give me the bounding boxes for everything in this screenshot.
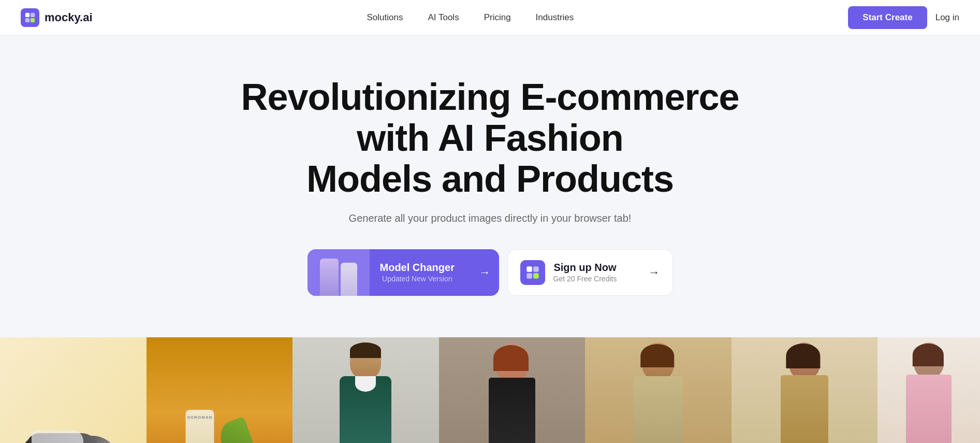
nav-ai-tools[interactable]: AI Tools	[428, 12, 459, 23]
signup-icon-box	[520, 260, 545, 285]
nav-solutions[interactable]: Solutions	[367, 12, 403, 23]
logo-icon	[21, 8, 39, 27]
strip-item-sneaker	[0, 337, 147, 443]
start-create-button[interactable]: Start Create	[848, 6, 927, 29]
strip-item-female-1	[439, 337, 586, 443]
hero-title: Revolutionizing E-commerce with AI Fashi…	[206, 77, 775, 200]
strip-item-female-3	[732, 337, 878, 443]
strip-item-female-4	[877, 337, 980, 443]
svg-rect-7	[533, 273, 539, 279]
signup-text: Sign up Now Get 20 Free Credits	[553, 262, 617, 283]
svg-rect-3	[31, 18, 35, 22]
nav-links: Solutions AI Tools Pricing Industries	[367, 12, 574, 23]
hero-title-line1: Revolutionizing E-commerce with AI Fashi…	[241, 76, 739, 159]
svg-rect-4	[526, 266, 532, 272]
logo-svg	[24, 12, 36, 23]
svg-rect-6	[526, 273, 532, 279]
model-changer-subtitle: Updated New Version	[380, 275, 455, 283]
female-model-3-art	[763, 342, 846, 443]
hero-title-line2: Models and Products	[306, 158, 674, 199]
cta-purple-content: Model Changer Updated New Version →	[370, 252, 499, 292]
figure-left	[320, 259, 339, 296]
strip-item-male-model	[292, 337, 439, 443]
nav-industries[interactable]: Industries	[536, 12, 574, 23]
cta-purple-image	[308, 249, 370, 296]
logo-link[interactable]: mocky.ai	[21, 8, 93, 27]
model-changer-arrow: →	[479, 266, 491, 279]
strip-item-cream: SOROMAN	[147, 337, 293, 443]
svg-rect-2	[25, 18, 30, 22]
female-model-4-art	[893, 342, 965, 443]
nav-pricing[interactable]: Pricing	[484, 12, 511, 23]
strip-item-female-2	[585, 337, 732, 443]
signup-title: Sign up Now	[553, 262, 617, 274]
model-changer-title: Model Changer	[380, 262, 455, 274]
svg-rect-0	[25, 12, 30, 17]
signup-cta[interactable]: Sign up Now Get 20 Free Credits →	[507, 249, 673, 296]
signup-icon	[525, 265, 540, 280]
cta-white-left: Sign up Now Get 20 Free Credits	[520, 260, 617, 285]
cta-purple-text: Model Changer Updated New Version	[380, 262, 455, 283]
male-model-art	[324, 342, 407, 443]
hero-subtitle: Generate all your product images directl…	[349, 212, 632, 224]
hero-section: Revolutionizing E-commerce with AI Fashi…	[0, 35, 980, 317]
login-button[interactable]: Log in	[935, 12, 959, 23]
signup-subtitle: Get 20 Free Credits	[553, 275, 617, 283]
logo-text: mocky.ai	[45, 11, 93, 24]
sneaker-art	[16, 405, 130, 443]
nav-actions: Start Create Log in	[848, 6, 959, 29]
female-model-1-art	[471, 342, 553, 443]
image-strip: SOROMAN	[0, 337, 980, 443]
female-model-2-art	[617, 342, 699, 443]
cta-cards: Model Changer Updated New Version →	[308, 249, 673, 296]
navbar: mocky.ai Solutions AI Tools Pricing Indu…	[0, 0, 980, 35]
signup-arrow: →	[649, 266, 660, 279]
cream-art: SOROMAN	[185, 410, 253, 443]
svg-rect-1	[31, 12, 35, 17]
model-changer-cta[interactable]: Model Changer Updated New Version →	[308, 249, 499, 296]
mannequin-figures	[318, 254, 359, 296]
figure-right	[341, 263, 357, 296]
svg-rect-5	[533, 266, 539, 272]
